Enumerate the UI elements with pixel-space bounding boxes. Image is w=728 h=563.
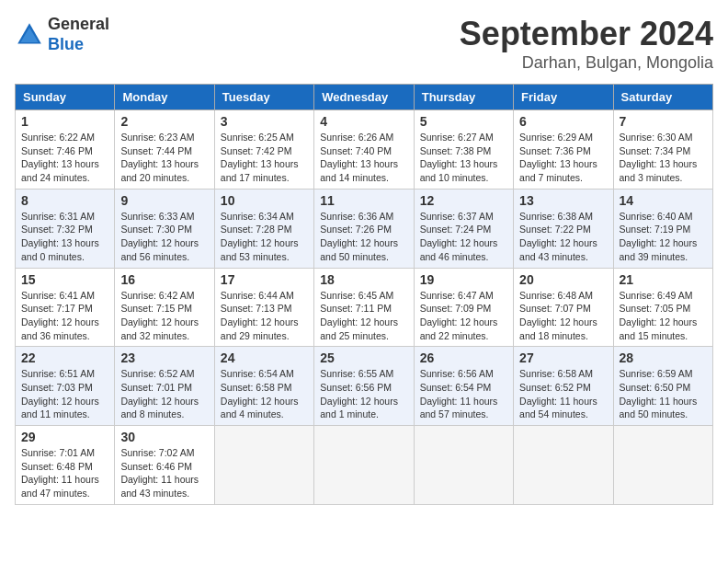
logo-blue-text: Blue xyxy=(48,35,109,55)
day-info: Sunrise: 6:25 AMSunset: 7:42 PMDaylight:… xyxy=(221,131,308,185)
day-number: 20 xyxy=(519,272,607,287)
day-number: 2 xyxy=(120,114,208,129)
table-row: 30 Sunrise: 7:02 AMSunset: 6:46 PMDaylig… xyxy=(115,426,214,505)
col-friday: Friday xyxy=(514,85,613,110)
table-row: 11 Sunrise: 6:36 AMSunset: 7:26 PMDaylig… xyxy=(314,189,414,268)
day-info: Sunrise: 6:44 AMSunset: 7:13 PMDaylight:… xyxy=(221,289,308,343)
day-info: Sunrise: 6:30 AMSunset: 7:34 PMDaylight:… xyxy=(620,131,707,185)
calendar-table: Sunday Monday Tuesday Wednesday Thursday… xyxy=(15,84,713,505)
col-monday: Monday xyxy=(115,85,214,110)
table-row: 9 Sunrise: 6:33 AMSunset: 7:30 PMDayligh… xyxy=(115,189,214,268)
day-info: Sunrise: 6:49 AMSunset: 7:05 PMDaylight:… xyxy=(620,289,707,343)
table-row: 17 Sunrise: 6:44 AMSunset: 7:13 PMDaylig… xyxy=(214,268,313,347)
table-row: 18 Sunrise: 6:45 AMSunset: 7:11 PMDaylig… xyxy=(314,268,414,347)
title-section: September 2024 Darhan, Bulgan, Mongolia xyxy=(460,15,713,73)
col-tuesday: Tuesday xyxy=(214,85,313,110)
day-number: 23 xyxy=(120,350,208,365)
day-info: Sunrise: 6:37 AMSunset: 7:24 PMDaylight:… xyxy=(420,210,507,264)
table-row xyxy=(613,426,712,505)
day-info: Sunrise: 6:33 AMSunset: 7:30 PMDaylight:… xyxy=(120,210,208,264)
day-info: Sunrise: 6:41 AMSunset: 7:17 PMDaylight:… xyxy=(21,289,108,343)
day-number: 29 xyxy=(21,430,108,444)
page-header: General Blue September 2024 Darhan, Bulg… xyxy=(15,15,713,73)
day-info: Sunrise: 6:59 AMSunset: 6:50 PMDaylight:… xyxy=(620,367,707,421)
day-info: Sunrise: 6:36 AMSunset: 7:26 PMDaylight:… xyxy=(320,210,407,264)
day-number: 7 xyxy=(620,114,707,129)
table-row xyxy=(414,426,513,505)
table-row: 26 Sunrise: 6:56 AMSunset: 6:54 PMDaylig… xyxy=(414,347,513,426)
day-number: 27 xyxy=(519,350,607,365)
day-info: Sunrise: 6:38 AMSunset: 7:22 PMDaylight:… xyxy=(519,210,607,264)
table-row: 14 Sunrise: 6:40 AMSunset: 7:19 PMDaylig… xyxy=(613,189,712,268)
day-info: Sunrise: 6:55 AMSunset: 6:56 PMDaylight:… xyxy=(320,367,407,421)
day-info: Sunrise: 6:27 AMSunset: 7:38 PMDaylight:… xyxy=(420,131,507,185)
day-number: 22 xyxy=(21,350,108,365)
calendar-header-row: Sunday Monday Tuesday Wednesday Thursday… xyxy=(16,85,713,110)
table-row: 24 Sunrise: 6:54 AMSunset: 6:58 PMDaylig… xyxy=(214,347,313,426)
day-number: 9 xyxy=(120,193,208,208)
day-info: Sunrise: 7:02 AMSunset: 6:46 PMDaylight:… xyxy=(120,446,208,500)
day-number: 16 xyxy=(120,272,208,287)
day-info: Sunrise: 6:31 AMSunset: 7:32 PMDaylight:… xyxy=(21,210,108,264)
day-info: Sunrise: 6:58 AMSunset: 6:52 PMDaylight:… xyxy=(519,367,607,421)
table-row: 4 Sunrise: 6:26 AMSunset: 7:40 PMDayligh… xyxy=(314,110,414,190)
day-number: 5 xyxy=(420,114,507,129)
col-saturday: Saturday xyxy=(613,85,712,110)
day-number: 15 xyxy=(21,272,108,287)
table-row: 2 Sunrise: 6:23 AMSunset: 7:44 PMDayligh… xyxy=(115,110,214,190)
table-row: 22 Sunrise: 6:51 AMSunset: 7:03 PMDaylig… xyxy=(16,347,115,426)
calendar-week-row: 1 Sunrise: 6:22 AMSunset: 7:46 PMDayligh… xyxy=(16,110,713,190)
day-info: Sunrise: 6:34 AMSunset: 7:28 PMDaylight:… xyxy=(221,210,308,264)
day-number: 1 xyxy=(21,114,108,129)
col-sunday: Sunday xyxy=(16,85,115,110)
month-title: September 2024 xyxy=(460,15,713,53)
day-info: Sunrise: 6:42 AMSunset: 7:15 PMDaylight:… xyxy=(120,289,208,343)
table-row: 28 Sunrise: 6:59 AMSunset: 6:50 PMDaylig… xyxy=(613,347,712,426)
table-row: 29 Sunrise: 7:01 AMSunset: 6:48 PMDaylig… xyxy=(16,426,115,505)
day-number: 24 xyxy=(221,350,308,365)
table-row: 5 Sunrise: 6:27 AMSunset: 7:38 PMDayligh… xyxy=(414,110,513,190)
table-row: 20 Sunrise: 6:48 AMSunset: 7:07 PMDaylig… xyxy=(514,268,613,347)
table-row: 6 Sunrise: 6:29 AMSunset: 7:36 PMDayligh… xyxy=(514,110,613,190)
calendar-week-row: 15 Sunrise: 6:41 AMSunset: 7:17 PMDaylig… xyxy=(16,268,713,347)
calendar-week-row: 29 Sunrise: 7:01 AMSunset: 6:48 PMDaylig… xyxy=(16,426,713,505)
day-number: 19 xyxy=(420,272,507,287)
table-row: 27 Sunrise: 6:58 AMSunset: 6:52 PMDaylig… xyxy=(514,347,613,426)
day-info: Sunrise: 6:26 AMSunset: 7:40 PMDaylight:… xyxy=(320,131,407,185)
day-info: Sunrise: 6:56 AMSunset: 6:54 PMDaylight:… xyxy=(420,367,507,421)
logo-icon xyxy=(15,20,44,50)
logo: General Blue xyxy=(15,15,109,54)
day-info: Sunrise: 6:29 AMSunset: 7:36 PMDaylight:… xyxy=(519,131,607,185)
day-info: Sunrise: 6:22 AMSunset: 7:46 PMDaylight:… xyxy=(21,131,108,185)
table-row: 12 Sunrise: 6:37 AMSunset: 7:24 PMDaylig… xyxy=(414,189,513,268)
day-number: 4 xyxy=(320,114,407,129)
day-info: Sunrise: 6:51 AMSunset: 7:03 PMDaylight:… xyxy=(21,367,108,421)
day-number: 13 xyxy=(519,193,607,208)
day-info: Sunrise: 6:23 AMSunset: 7:44 PMDaylight:… xyxy=(120,131,208,185)
day-info: Sunrise: 6:52 AMSunset: 7:01 PMDaylight:… xyxy=(120,367,208,421)
table-row xyxy=(314,426,414,505)
day-info: Sunrise: 6:47 AMSunset: 7:09 PMDaylight:… xyxy=(420,289,507,343)
table-row: 16 Sunrise: 6:42 AMSunset: 7:15 PMDaylig… xyxy=(115,268,214,347)
day-number: 28 xyxy=(620,350,707,365)
day-number: 14 xyxy=(620,193,707,208)
calendar-week-row: 22 Sunrise: 6:51 AMSunset: 7:03 PMDaylig… xyxy=(16,347,713,426)
table-row: 19 Sunrise: 6:47 AMSunset: 7:09 PMDaylig… xyxy=(414,268,513,347)
table-row: 7 Sunrise: 6:30 AMSunset: 7:34 PMDayligh… xyxy=(613,110,712,190)
day-number: 26 xyxy=(420,350,507,365)
table-row: 13 Sunrise: 6:38 AMSunset: 7:22 PMDaylig… xyxy=(514,189,613,268)
day-number: 25 xyxy=(320,350,407,365)
day-number: 10 xyxy=(221,193,308,208)
day-number: 18 xyxy=(320,272,407,287)
table-row: 3 Sunrise: 6:25 AMSunset: 7:42 PMDayligh… xyxy=(214,110,313,190)
table-row xyxy=(514,426,613,505)
day-number: 3 xyxy=(221,114,308,129)
table-row: 23 Sunrise: 6:52 AMSunset: 7:01 PMDaylig… xyxy=(115,347,214,426)
table-row: 8 Sunrise: 6:31 AMSunset: 7:32 PMDayligh… xyxy=(16,189,115,268)
day-number: 21 xyxy=(620,272,707,287)
location-title: Darhan, Bulgan, Mongolia xyxy=(460,53,713,73)
day-info: Sunrise: 6:40 AMSunset: 7:19 PMDaylight:… xyxy=(620,210,707,264)
calendar-week-row: 8 Sunrise: 6:31 AMSunset: 7:32 PMDayligh… xyxy=(16,189,713,268)
table-row: 1 Sunrise: 6:22 AMSunset: 7:46 PMDayligh… xyxy=(16,110,115,190)
day-info: Sunrise: 6:48 AMSunset: 7:07 PMDaylight:… xyxy=(519,289,607,343)
